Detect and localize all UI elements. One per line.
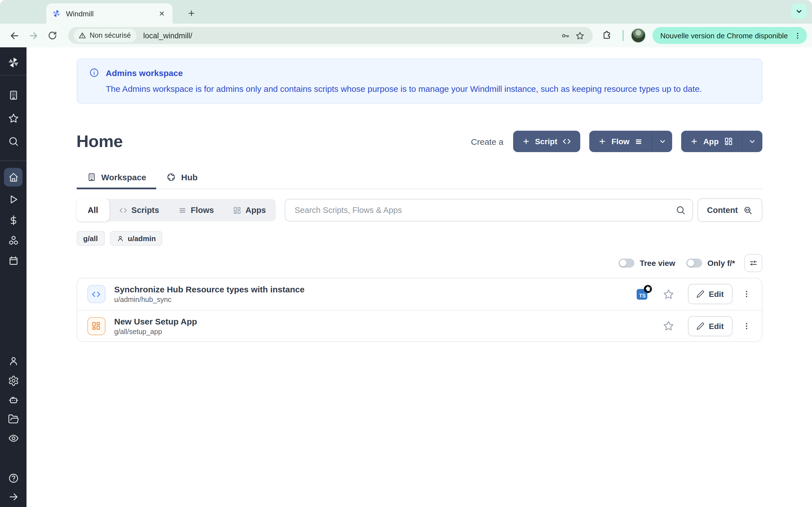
search-icon xyxy=(675,205,686,215)
sidebar-item-resources[interactable] xyxy=(4,231,22,249)
create-flow-dropdown[interactable] xyxy=(652,131,672,152)
chrome-update-button[interactable]: Nouvelle version de Chrome disponible xyxy=(652,27,807,44)
sidebar-divider xyxy=(0,161,27,161)
create-script-button[interactable]: Script xyxy=(513,131,580,152)
filter-flows[interactable]: Flows xyxy=(168,199,223,221)
extensions-icon[interactable] xyxy=(599,28,614,43)
favorite-star-icon[interactable] xyxy=(663,288,674,300)
item-path: u/admin/hub_sync xyxy=(114,296,637,304)
plus-icon xyxy=(691,137,698,145)
filter-apps-label: Apps xyxy=(246,206,266,215)
code-icon xyxy=(562,137,571,146)
workspace-hub-tabs: Workspace Hub xyxy=(77,172,762,189)
owner-chip-u-admin-label: u/admin xyxy=(128,234,156,242)
sidebar-item-settings[interactable] xyxy=(4,371,22,390)
filter-all-label: All xyxy=(88,206,98,215)
expand-sidebar-icon[interactable] xyxy=(4,487,22,506)
create-app-dropdown[interactable] xyxy=(742,131,762,152)
pencil-icon xyxy=(696,322,704,330)
sidebar xyxy=(0,47,27,507)
forward-icon xyxy=(25,27,42,44)
password-key-icon[interactable] xyxy=(558,28,572,43)
sidebar-item-favorites[interactable] xyxy=(4,109,22,127)
tab-close-icon[interactable] xyxy=(157,8,167,18)
sidebar-item-folders[interactable] xyxy=(4,409,22,428)
owner-chip-u-admin[interactable]: u/admin xyxy=(110,231,163,245)
app-grid-icon xyxy=(724,137,733,146)
profile-avatar[interactable] xyxy=(631,28,646,43)
sidebar-item-home[interactable] xyxy=(4,168,22,186)
admins-workspace-banner: Admins workspace The Admins workspace is… xyxy=(77,59,762,104)
sidebar-item-variables[interactable] xyxy=(4,211,22,229)
only-f-toggle[interactable] xyxy=(687,259,702,268)
app-icon xyxy=(87,317,105,335)
browser-tab-windmill[interactable]: Windmill xyxy=(46,3,172,24)
sidebar-item-runs[interactable] xyxy=(4,190,22,209)
filter-apps[interactable]: Apps xyxy=(223,199,276,221)
flow-list-icon xyxy=(178,206,187,214)
tab-hub-label: Hub xyxy=(181,172,198,182)
chevron-down-icon xyxy=(748,137,756,145)
main-content: Admins workspace The Admins workspace is… xyxy=(27,47,812,507)
warning-icon xyxy=(79,32,86,40)
list-item-script[interactable]: Synchronize Hub Resource types with inst… xyxy=(77,278,762,310)
user-icon xyxy=(116,235,124,242)
tab-workspace-label: Workspace xyxy=(101,172,146,182)
new-tab-button[interactable] xyxy=(183,5,199,21)
favorite-star-icon[interactable] xyxy=(663,320,674,332)
filter-flows-label: Flows xyxy=(191,206,214,215)
edit-button-label: Edit xyxy=(709,290,724,298)
url-text[interactable]: local_windmill/ xyxy=(143,31,558,40)
list-item-app[interactable]: New User Setup App g/all/setup_app xyxy=(77,310,762,341)
sidebar-item-schedules[interactable] xyxy=(4,251,22,270)
reload-icon[interactable] xyxy=(44,27,61,44)
owner-chip-g-all[interactable]: g/all xyxy=(77,231,105,245)
info-icon xyxy=(89,68,99,78)
filter-all[interactable]: All xyxy=(77,199,109,221)
tree-view-toggle[interactable] xyxy=(619,259,635,268)
create-app-label: App xyxy=(703,137,719,146)
security-label: Non sécurisé xyxy=(90,32,131,40)
chevron-down-icon xyxy=(659,137,666,145)
bookmark-star-icon[interactable] xyxy=(572,28,587,43)
item-title[interactable]: Synchronize Hub Resource types with inst… xyxy=(114,284,637,294)
search-input[interactable] xyxy=(294,205,675,215)
edit-button[interactable]: Edit xyxy=(688,316,732,336)
tab-search-button[interactable] xyxy=(791,3,807,19)
only-f-label: Only f/* xyxy=(707,259,735,268)
item-title[interactable]: New User Setup App xyxy=(114,316,637,326)
sidebar-item-audit-logs[interactable] xyxy=(4,429,22,447)
search-box[interactable] xyxy=(285,199,693,221)
globe-icon xyxy=(167,172,176,182)
address-bar[interactable]: Non sécurisé local_windmill/ xyxy=(68,27,593,44)
sidebar-item-workers[interactable] xyxy=(4,390,22,409)
create-app-button[interactable]: App xyxy=(681,131,762,152)
back-icon[interactable] xyxy=(6,27,22,44)
create-flow-button[interactable]: Flow xyxy=(590,131,672,152)
tab-hub[interactable]: Hub xyxy=(156,172,208,189)
sidebar-item-workspace[interactable] xyxy=(4,86,22,104)
page-title: Home xyxy=(77,132,123,151)
sliders-icon xyxy=(749,259,758,268)
create-flow-label: Flow xyxy=(612,137,629,146)
sidebar-item-users[interactable] xyxy=(4,351,22,370)
help-icon[interactable] xyxy=(4,469,22,487)
more-menu-icon[interactable] xyxy=(739,319,754,333)
content-button[interactable]: Content xyxy=(697,198,762,222)
tab-workspace[interactable]: Workspace xyxy=(77,172,156,189)
security-chip[interactable]: Non sécurisé xyxy=(74,29,137,42)
chrome-menu-icon[interactable] xyxy=(791,29,804,42)
app-grid-icon xyxy=(233,206,242,214)
building-icon xyxy=(87,172,96,182)
sidebar-item-search[interactable] xyxy=(4,132,22,151)
windmill-logo[interactable] xyxy=(4,53,22,71)
create-a-label: Create a xyxy=(471,136,503,146)
item-path: g/all/setup_app xyxy=(114,328,637,335)
banner-title: Admins workspace xyxy=(106,68,183,77)
toolbar-divider xyxy=(622,30,624,41)
display-settings-button[interactable] xyxy=(744,254,762,272)
content-search-icon xyxy=(743,205,753,215)
more-menu-icon[interactable] xyxy=(739,287,754,301)
edit-button[interactable]: Edit xyxy=(688,284,732,304)
filter-scripts[interactable]: Scripts xyxy=(109,199,168,221)
